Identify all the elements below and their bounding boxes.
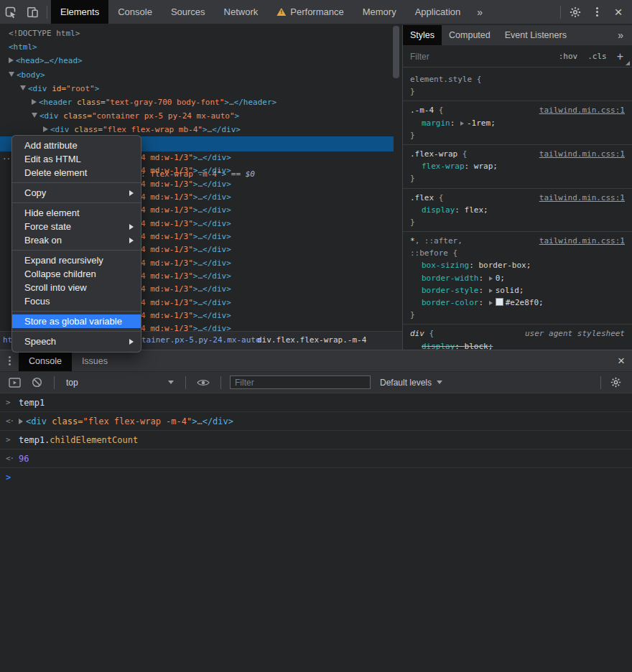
code-token: </div>	[203, 205, 231, 215]
tab-application[interactable]: Application	[406, 0, 470, 24]
dom-tree-row[interactable]: <head>…</head>	[0, 54, 394, 67]
tab-performance[interactable]: !Performance	[267, 0, 353, 24]
live-expression-eye-icon[interactable]	[195, 373, 212, 392]
styles-tab-computed[interactable]: Computed	[442, 25, 498, 45]
close-drawer-button[interactable]: ×	[618, 350, 625, 371]
styles-tab-styles[interactable]: Styles	[403, 25, 442, 45]
menu-item-label: Delete element	[24, 166, 87, 179]
console-settings-gear-icon[interactable]	[605, 373, 626, 392]
new-style-rule-button[interactable]: +	[617, 51, 623, 62]
css-declaration[interactable]: display: block;	[403, 340, 632, 350]
color-swatch[interactable]	[496, 298, 503, 306]
expand-arrow-icon[interactable]	[9, 57, 14, 63]
log-levels-dropdown[interactable]: Default levels	[380, 378, 442, 388]
drawer-tab-console[interactable]: Console	[19, 350, 72, 371]
close-devtools-button[interactable]: ×	[608, 3, 629, 22]
rule-selector-line[interactable]: .flex-wrap {tailwind.min.css:1	[403, 148, 632, 160]
code-token: <body>	[17, 70, 45, 80]
dom-tree-row[interactable]: <div class="container px-5 py-24 mx-auto…	[0, 109, 394, 123]
stylesheet-link[interactable]: tailwind.min.css:1	[539, 235, 625, 247]
menu-item-delete-element[interactable]: Delete element	[12, 166, 141, 179]
stylesheet-link[interactable]: user agent stylesheet	[525, 327, 625, 340]
device-toolbar-icon[interactable]	[22, 3, 43, 22]
clear-console-icon[interactable]	[28, 373, 45, 392]
styles-filter-input[interactable]	[409, 51, 559, 62]
code-token: 4 md:w-1/3"	[141, 284, 193, 294]
css-declaration[interactable]: border-width: 0;	[403, 272, 632, 284]
tab-memory[interactable]: Memory	[353, 0, 406, 24]
tab-label: Sources	[171, 6, 205, 17]
rule-selector-line[interactable]: ::before {	[403, 247, 632, 259]
menu-item-copy[interactable]: Copy	[12, 186, 141, 200]
rule-selector-line[interactable]: .-m-4 {tailwind.min.css:1	[403, 104, 632, 116]
breadcrumb-container-div[interactable]: tainer.px-5.py-24.mx-auto	[141, 332, 261, 349]
expand-longhand-icon[interactable]	[489, 289, 493, 293]
chevron-down-icon	[168, 381, 174, 384]
expand-longhand-icon[interactable]	[460, 121, 464, 126]
dom-tree-row[interactable]: <header class="text-gray-700 body-font">…	[0, 95, 394, 109]
stylesheet-link[interactable]: tailwind.min.css:1	[539, 104, 625, 116]
rule-selector-line[interactable]: .flex {tailwind.min.css:1	[403, 192, 632, 204]
css-declaration[interactable]: border-style: solid;	[403, 284, 632, 297]
css-declaration[interactable]: flex-wrap: wrap;	[403, 160, 632, 172]
css-declaration[interactable]: display: flex;	[403, 204, 632, 216]
tab-console[interactable]: Console	[108, 0, 162, 24]
menu-item-hide-element[interactable]: Hide element	[12, 206, 141, 220]
collapse-arrow-icon[interactable]	[20, 85, 26, 90]
expand-arrow-icon[interactable]	[43, 126, 48, 132]
styles-tab-event-listeners[interactable]: Event Listeners	[498, 25, 574, 45]
console-prompt-row[interactable]: >	[0, 468, 632, 486]
inspect-element-icon[interactable]	[0, 3, 22, 22]
expand-arrow-icon[interactable]	[19, 419, 23, 424]
collapse-arrow-icon[interactable]	[9, 72, 14, 77]
expand-longhand-icon[interactable]	[489, 276, 493, 281]
stylesheet-link[interactable]: tailwind.min.css:1	[539, 192, 625, 204]
css-declaration[interactable]: box-sizing: border-box;	[403, 259, 632, 271]
menu-item-store-as-global-variable[interactable]: Store as global variable	[12, 314, 141, 328]
menu-item-break-on[interactable]: Break on	[12, 233, 141, 247]
dom-tree-row[interactable]: <!DOCTYPE html>	[0, 27, 394, 40]
drawer-tab-issues[interactable]: Issues	[72, 350, 118, 371]
menu-item-collapse-children[interactable]: Collapse children	[12, 267, 141, 281]
drawer-menu-icon[interactable]	[0, 350, 19, 371]
toolbar-divider	[560, 6, 561, 19]
breadcrumb-selected-div[interactable]: div.flex.flex-wrap.-m-4	[257, 332, 366, 349]
code-token: 4 md:w-1/3"	[141, 205, 193, 215]
menu-item-expand-recursively[interactable]: Expand recursively	[12, 253, 141, 267]
menu-item-edit-as-html[interactable]: Edit as HTML	[12, 152, 141, 166]
settings-gear-icon[interactable]	[564, 3, 586, 22]
code-token: 4 md:w-1/3"	[141, 179, 193, 189]
tab-elements[interactable]: Elements	[51, 0, 108, 24]
console-filter-input[interactable]	[230, 375, 371, 389]
menu-item-focus[interactable]: Focus	[12, 294, 141, 308]
css-declaration[interactable]: margin: -1rem;	[403, 117, 632, 129]
tab-network[interactable]: Network	[215, 0, 268, 24]
collapse-arrow-icon[interactable]	[32, 113, 37, 118]
elements-scrollbar-thumb[interactable]	[393, 26, 399, 78]
menu-item-add-attribute[interactable]: Add attribute	[12, 139, 141, 152]
menu-item-force-state[interactable]: Force state	[12, 220, 141, 233]
menu-item-scroll-into-view[interactable]: Scroll into view	[12, 281, 141, 294]
rule-selector-line[interactable]: *, ::after,tailwind.min.css:1	[403, 235, 632, 247]
dom-tree-row[interactable]: <body>	[0, 68, 394, 82]
stylesheet-link[interactable]: tailwind.min.css:1	[539, 148, 625, 160]
more-styles-tabs-button[interactable]: »	[613, 25, 632, 45]
kebab-menu-icon[interactable]	[586, 3, 608, 22]
console-sidebar-toggle-icon[interactable]	[6, 373, 23, 392]
tab-sources[interactable]: Sources	[162, 0, 215, 24]
rule-close-brace: }	[403, 309, 632, 321]
dom-tree-row[interactable]: <html>	[0, 40, 394, 54]
expand-arrow-icon[interactable]	[32, 99, 37, 105]
css-declaration[interactable]: border-color: #e2e8f0;	[403, 297, 632, 309]
dom-tree-row[interactable]: <div id="root">	[0, 82, 394, 95]
element-classes-button[interactable]: .cls	[587, 52, 607, 61]
toolbar-divider	[600, 376, 601, 389]
javascript-context-selector[interactable]: top	[63, 378, 177, 388]
toggle-element-state-button[interactable]: :hov	[559, 52, 578, 61]
code-token: 4 md:w-1/3"	[141, 232, 193, 241]
rule-selector-line[interactable]: element.style {	[403, 73, 632, 85]
rule-selector-line[interactable]: div {user agent stylesheet	[403, 327, 632, 340]
expand-longhand-icon[interactable]	[489, 301, 493, 305]
more-panels-button[interactable]: »	[470, 6, 490, 18]
menu-item-speech[interactable]: Speech	[12, 335, 141, 348]
